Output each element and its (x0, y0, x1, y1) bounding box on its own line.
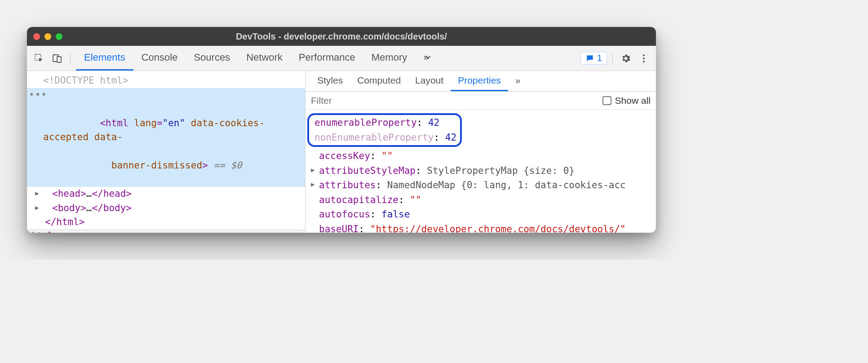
show-all-checkbox[interactable] (602, 96, 611, 105)
main-toolbar: Elements Console Sources Network Perform… (27, 46, 656, 71)
window-title: DevTools - developer.chrome.com/docs/dev… (27, 31, 656, 42)
dom-head-element[interactable]: ▶<head>…</head> (27, 187, 305, 201)
expand-triangle-icon[interactable]: ▶ (311, 180, 314, 190)
svg-point-3 (643, 54, 645, 56)
messages-count: 1 (597, 53, 602, 63)
titlebar: DevTools - developer.chrome.com/docs/dev… (27, 27, 656, 46)
properties-list[interactable]: enumerableProperty: 42 nonEnumerableProp… (306, 110, 656, 233)
minimize-window-button[interactable] (44, 33, 51, 40)
settings-icon[interactable] (618, 51, 633, 66)
subtab-computed[interactable]: Computed (350, 71, 408, 91)
property-row[interactable]: accessKey: "" (310, 149, 651, 164)
maximize-window-button[interactable] (56, 33, 62, 40)
subtab-properties[interactable]: Properties (451, 71, 508, 91)
show-all-toggle[interactable]: Show all (602, 95, 651, 106)
separator (70, 52, 71, 65)
filter-input[interactable] (311, 95, 598, 106)
breadcrumb[interactable]: html (27, 230, 305, 233)
expand-triangle-icon[interactable]: ▶ (311, 165, 314, 175)
panel-tabs: Elements Console Sources Network Perform… (76, 46, 437, 71)
property-row[interactable]: nonEnumerableProperty: 42 (313, 130, 456, 145)
properties-filter-bar: Show all (306, 92, 656, 110)
tab-network[interactable]: Network (238, 46, 291, 71)
property-row[interactable]: enumerableProperty: 42 (313, 115, 456, 130)
property-row[interactable]: autocapitalize: "" (310, 193, 651, 208)
collapsed-siblings-icon[interactable]: ••• (29, 88, 47, 102)
dom-tree[interactable]: <!DOCTYPE html> ••• <html lang="en" data… (27, 71, 305, 230)
messages-badge[interactable]: 1 (580, 52, 607, 65)
dom-body-element[interactable]: ▶<body>…</body> (27, 201, 305, 216)
property-row[interactable]: baseURI: "https://developer.chrome.com/d… (310, 222, 651, 233)
tab-console[interactable]: Console (133, 46, 186, 71)
sidepanel-tabs: Styles Computed Layout Properties » (306, 71, 656, 92)
expand-triangle-icon[interactable]: ▶ (35, 189, 39, 198)
svg-rect-2 (57, 57, 61, 62)
device-toolbar-icon[interactable] (49, 51, 65, 66)
property-row[interactable]: ▶attributeStyleMap: StylePropertyMap {si… (310, 164, 651, 178)
dom-html-close[interactable]: </html> (27, 215, 305, 230)
kebab-menu-icon[interactable] (636, 51, 651, 66)
elements-dom-panel: <!DOCTYPE html> ••• <html lang="en" data… (27, 71, 306, 233)
property-row[interactable]: autofocus: false (310, 207, 651, 222)
dom-doctype[interactable]: <!DOCTYPE html> (27, 74, 305, 88)
tab-performance[interactable]: Performance (291, 46, 363, 71)
tab-elements[interactable]: Elements (76, 46, 133, 71)
breadcrumb-item[interactable]: html (31, 230, 53, 233)
subtab-overflow-icon[interactable]: » (508, 71, 528, 91)
tab-memory[interactable]: Memory (363, 46, 415, 71)
highlighted-properties: enumerableProperty: 42 nonEnumerableProp… (307, 113, 462, 147)
separator (612, 52, 613, 65)
expand-triangle-icon[interactable]: ▶ (35, 203, 39, 212)
subtab-layout[interactable]: Layout (408, 71, 451, 91)
tab-sources[interactable]: Sources (186, 46, 238, 71)
traffic-lights (33, 33, 62, 40)
elements-sidepanel: Styles Computed Layout Properties » Show… (306, 71, 656, 233)
close-window-button[interactable] (33, 33, 40, 40)
devtools-window: DevTools - developer.chrome.com/docs/dev… (27, 27, 656, 233)
tab-overflow-icon[interactable]: » (415, 46, 437, 71)
svg-point-5 (643, 61, 645, 62)
content-area: <!DOCTYPE html> ••• <html lang="en" data… (27, 71, 656, 233)
show-all-label: Show all (615, 95, 651, 106)
dom-html-element[interactable]: ••• <html lang="en" data-cookies-accepte… (27, 88, 305, 187)
inspect-element-icon[interactable] (31, 51, 47, 66)
property-row[interactable]: ▶attributes: NamedNodeMap {0: lang, 1: d… (310, 178, 651, 193)
subtab-styles[interactable]: Styles (310, 71, 350, 91)
svg-point-4 (643, 58, 645, 59)
